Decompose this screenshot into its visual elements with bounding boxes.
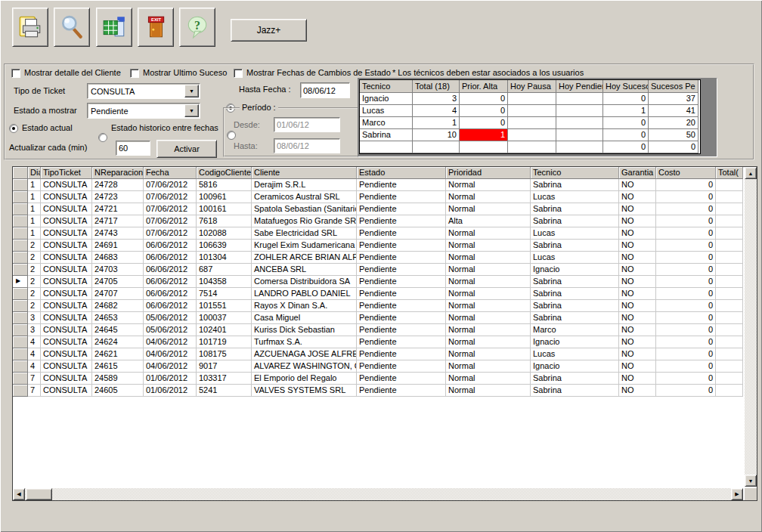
- actualizar-input[interactable]: 60: [116, 141, 150, 156]
- table-row[interactable]: 1CONSULTA2472107/06/2012100161Spatola Se…: [13, 203, 743, 215]
- row-selector[interactable]: [13, 348, 28, 360]
- stats-column-header: Hoy Pausa: [508, 80, 556, 93]
- row-selector[interactable]: [13, 336, 28, 348]
- exit-button[interactable]: EXIT: [138, 8, 174, 47]
- stats-cell: 1: [460, 129, 508, 141]
- table-row[interactable]: 7CONSULTA2460501/06/20125241VALVES SYSTE…: [13, 385, 743, 397]
- radio-estado-actual[interactable]: [9, 124, 18, 133]
- row-selector[interactable]: [13, 203, 28, 215]
- tecnicos-note: * Los técnicos deben estar asociados a l…: [392, 68, 584, 77]
- table-row[interactable]: 2CONSULTA2469106/06/2012106639Krugel Exi…: [13, 240, 743, 252]
- stats-column-header: Prior. Alta: [460, 80, 508, 93]
- excel-export-button[interactable]: [96, 8, 132, 47]
- table-row[interactable]: 2CONSULTA2468206/06/2012101551Rayos X Di…: [13, 300, 743, 312]
- table-row[interactable]: 3CONSULTA2464505/06/2012102401Kuriss Dic…: [13, 324, 743, 336]
- table-row[interactable]: 4CONSULTA2462404/06/2012101719Turfmax S.…: [13, 336, 743, 348]
- radio-hasta-fecha-label: Hasta Fecha :: [239, 85, 290, 94]
- ticket-cell: 01/06/2012: [144, 385, 197, 397]
- row-selector[interactable]: [13, 191, 28, 203]
- horizontal-scrollbar-thumb[interactable]: [26, 488, 52, 500]
- row-selector[interactable]: [13, 324, 28, 336]
- table-row[interactable]: 1CONSULTA2471707/06/20127618Matafuegos R…: [13, 215, 743, 227]
- ticket-cell: Lucas: [531, 191, 619, 203]
- chevron-down-icon[interactable]: [184, 104, 199, 117]
- row-selector-current[interactable]: [13, 276, 28, 288]
- hasta-input[interactable]: 08/06/12: [274, 138, 340, 153]
- table-row[interactable]: 2CONSULTA2470706/06/20127514LANDRO PABLO…: [13, 288, 743, 300]
- radio-periodo[interactable]: [227, 131, 236, 140]
- stats-cell: 3: [413, 93, 460, 105]
- table-row[interactable]: 1CONSULTA2472307/06/2012100961Ceramicos …: [13, 191, 743, 203]
- ticket-cell: Kuriss Dick Sebastian: [252, 324, 357, 336]
- ticket-cell: NO: [619, 227, 656, 240]
- table-row[interactable]: 4CONSULTA2462104/06/2012108175AZCUENAGA …: [13, 348, 743, 360]
- stats-cell: 0: [603, 129, 649, 141]
- ticket-cell: 3: [28, 324, 41, 336]
- ticket-cell: CONSULTA: [41, 348, 92, 360]
- ticket-cell: 07/06/2012: [144, 191, 197, 203]
- stats-row: Marco10020: [360, 117, 700, 129]
- vertical-scrollbar[interactable]: [745, 167, 757, 487]
- row-selector[interactable]: [13, 360, 28, 373]
- tipo-ticket-label: Tipo de Ticket: [14, 86, 65, 95]
- table-row[interactable]: 1CONSULTA2472807/06/20125816Derajim S.R.…: [13, 179, 743, 191]
- table-row[interactable]: 1CONSULTA2474307/06/2012102088Sabe Elect…: [13, 227, 743, 240]
- stats-cell: [508, 141, 556, 153]
- scroll-down-button[interactable]: [745, 475, 757, 487]
- chevron-down-icon[interactable]: [184, 85, 199, 97]
- row-selector[interactable]: [13, 300, 28, 312]
- stats-cell: [556, 141, 603, 153]
- print-button[interactable]: [12, 8, 48, 47]
- table-row[interactable]: 4CONSULTA2461504/06/20129017ALVAREZ WASH…: [13, 360, 743, 373]
- row-selector[interactable]: [13, 252, 28, 264]
- actualizar-value: 60: [119, 144, 128, 153]
- search-button[interactable]: [54, 8, 90, 47]
- ticket-cell: VALVES SYSTEMS SRL: [252, 385, 357, 397]
- scroll-right-button[interactable]: [731, 488, 743, 500]
- ticket-cell: NO: [619, 336, 656, 348]
- jazz-button[interactable]: Jazz+: [231, 19, 307, 42]
- row-selector[interactable]: [13, 240, 28, 252]
- checkbox-fechas-cambios[interactable]: [234, 69, 243, 78]
- scroll-left-button[interactable]: [13, 488, 25, 500]
- row-selector[interactable]: [13, 385, 28, 397]
- checkbox-ultimo-suceso[interactable]: [130, 69, 139, 78]
- row-selector[interactable]: [13, 373, 28, 385]
- row-selector[interactable]: [13, 179, 28, 191]
- row-selector[interactable]: [13, 288, 28, 300]
- horizontal-scrollbar[interactable]: [13, 488, 743, 500]
- table-row[interactable]: 7CONSULTA2458901/06/2012103317El Emporio…: [13, 373, 743, 385]
- search-icon: [59, 14, 85, 40]
- activar-button-label: Activar: [174, 144, 200, 153]
- ticket-cell: 0: [656, 336, 716, 348]
- row-selector[interactable]: [13, 264, 28, 276]
- table-row[interactable]: 2CONSULTA2470306/06/2012687ANCEBA SRLPen…: [13, 264, 743, 276]
- ticket-cell: NO: [619, 373, 656, 385]
- ticket-cell: 24728: [92, 179, 144, 191]
- row-selector[interactable]: [13, 215, 28, 227]
- ticket-cell: Pendiente: [357, 203, 446, 215]
- scroll-up-button[interactable]: [745, 167, 757, 179]
- tipo-ticket-select[interactable]: CONSULTA: [87, 83, 200, 99]
- exit-door-icon: EXIT: [143, 14, 169, 40]
- ticket-cell: 24682: [92, 300, 144, 312]
- activar-button[interactable]: Activar: [156, 140, 217, 158]
- radio-estado-historico[interactable]: [98, 133, 107, 142]
- row-selector[interactable]: [13, 227, 28, 240]
- hasta-fecha-input[interactable]: 08/06/12: [300, 82, 350, 98]
- ticket-cell: 9017: [197, 360, 252, 373]
- checkbox-mostrar-detalle[interactable]: [11, 69, 20, 78]
- stats-row: Lucas40141: [360, 105, 700, 117]
- tickets-column-header: NReparacion: [92, 167, 144, 179]
- ticket-cell: 0: [656, 276, 716, 288]
- table-row[interactable]: 2CONSULTA2468306/06/2012101304ZOHLER ARC…: [13, 252, 743, 264]
- ticket-cell: Normal: [446, 348, 531, 360]
- help-button[interactable]: ?: [179, 8, 215, 47]
- ticket-cell: [716, 215, 743, 227]
- desde-input[interactable]: 01/06/12: [274, 117, 340, 132]
- table-row[interactable]: 2CONSULTA2470506/06/2012104358Comersa Di…: [13, 276, 743, 288]
- ticket-cell: 0: [656, 240, 716, 252]
- row-selector[interactable]: [13, 312, 28, 324]
- table-row[interactable]: 3CONSULTA2465305/06/2012100037Casa Migue…: [13, 312, 743, 324]
- estado-mostrar-select[interactable]: Pendiente: [87, 103, 200, 119]
